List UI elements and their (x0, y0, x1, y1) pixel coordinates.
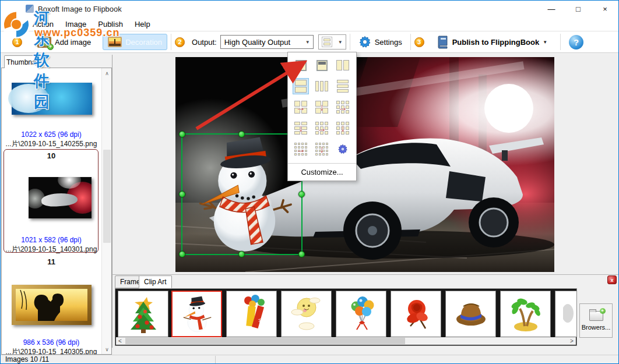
page-canvas (112, 55, 619, 274)
scroll-up-icon[interactable]: ∧ (102, 68, 112, 78)
layout-option-two-rows[interactable] (293, 79, 308, 94)
layout-option-grid-4x4-flow-down[interactable]: ↓ (314, 142, 329, 157)
scroll-down-icon[interactable]: ∨ (102, 344, 112, 354)
clipart-scrollbar[interactable]: < > (116, 337, 576, 345)
decoration-icon (108, 37, 122, 47)
close-button[interactable]: × (592, 1, 618, 17)
decoration-panel: Frame Clip Art x (112, 274, 619, 348)
thumbnail-image-9[interactable] (12, 83, 92, 115)
decoration-label: Decoration (125, 38, 162, 47)
layout-option-grid-2x2-flow-down[interactable]: ↓ (314, 100, 329, 115)
clipart-partial-item[interactable] (555, 291, 577, 337)
step-2-badge: 2 (175, 37, 185, 47)
step-3-badge: 3 (414, 37, 424, 47)
image-filename: ...片\2019-10-15_140305.png (2, 347, 101, 355)
thumbnail-list: 1022 x 625 (96 dpi) ...片\2019-10-15_1402… (1, 68, 112, 355)
resize-handle-n[interactable] (238, 131, 245, 137)
resize-handle-e[interactable] (298, 191, 305, 197)
maximize-button[interactable]: □ (565, 1, 592, 17)
resize-handle-s[interactable] (238, 251, 245, 257)
resize-handle-nw[interactable] (179, 131, 185, 137)
layout-option-three-columns[interactable] (314, 79, 329, 94)
image-dimensions: 986 x 536 (96 dpi) (2, 338, 101, 347)
clipart-moon-and-clouds[interactable] (281, 291, 332, 337)
menu-help[interactable]: Help (129, 18, 156, 30)
clipart-rose[interactable] (391, 291, 441, 337)
scrollbar-thumb[interactable] (125, 338, 405, 344)
clipart-balloons[interactable] (336, 291, 386, 337)
toolbar: 1 + Add image Decoration 2 Output: High … (1, 31, 618, 53)
browse-button[interactable]: + Browers... (579, 303, 613, 338)
settings-label: Settings (375, 38, 402, 47)
flow-arrow-icon: ↓ (319, 103, 325, 112)
snowman-clipart[interactable] (191, 132, 298, 257)
window-title: Boxoft Image to Flipbook (38, 5, 122, 13)
clipart-party-banner[interactable]: HAPPY (226, 291, 277, 337)
sidebar-scrollbar[interactable]: ∧ ∨ (101, 68, 111, 354)
clipart-list: HAPPY (115, 288, 577, 346)
clipart-christmas-tree[interactable] (118, 291, 168, 337)
layout-option-grid-2x2-flow-right[interactable]: → (293, 100, 308, 115)
chevron-down-icon[interactable]: ▼ (303, 40, 313, 45)
layout-option-grid-2x3-flow-down[interactable]: ↓ (293, 121, 308, 136)
resize-handle-sw[interactable] (179, 251, 185, 257)
chevron-down-icon[interactable]: ▼ (543, 40, 547, 45)
clipart-palm-island[interactable] (500, 291, 551, 337)
thumbnail-image-10[interactable] (29, 177, 92, 218)
output-select[interactable]: High Quality Output ▼ (220, 35, 314, 49)
layout-option-grid-4x4-flow-right[interactable]: → (293, 142, 308, 157)
toolbar-separator (410, 34, 411, 50)
close-panel-button[interactable]: x (607, 275, 617, 284)
resize-handle-w[interactable] (179, 191, 185, 197)
image-filename: ...片\2019-10-15_140255.png (2, 139, 101, 149)
layout-option-grid-3x3-flow-right[interactable]: → (335, 100, 350, 115)
chevron-down-icon[interactable]: ▼ (335, 40, 346, 45)
layout-option-page-with-header[interactable] (314, 58, 329, 73)
tab-thumbnail[interactable]: Thumbnail (4, 55, 41, 68)
layout-option-single-page[interactable] (293, 58, 308, 73)
thumbnail-image-11[interactable] (12, 285, 92, 325)
layout-option-grid-3x3-flow-right-alt[interactable]: → (314, 121, 329, 136)
customize-menu-item[interactable]: Customize... (288, 163, 356, 181)
image-number: 11 (5, 257, 98, 266)
page-layout-split-button[interactable]: ▼ (318, 34, 346, 50)
tab-clip-art[interactable]: Clip Art (139, 275, 172, 288)
menu-bar: File Action Image Publish Help (1, 17, 618, 31)
add-image-label: Add image (55, 38, 91, 47)
status-divider (215, 356, 216, 363)
book-icon (437, 35, 449, 49)
publish-button[interactable]: Publish to FlippingBook ▼ (432, 33, 552, 51)
decoration-button[interactable]: Decoration (103, 34, 167, 50)
clipart-snowman[interactable] (171, 291, 222, 337)
layout-option-three-rows[interactable] (335, 79, 350, 94)
app-icon (26, 5, 34, 13)
minimize-button[interactable]: — (538, 1, 565, 17)
menu-publish[interactable]: Publish (92, 18, 129, 30)
flow-arrow-icon: ↓ (319, 144, 325, 154)
image-dimensions: 1021 x 582 (96 dpi) (2, 236, 101, 244)
flow-arrow-icon: → (317, 123, 327, 133)
gear-icon (358, 36, 371, 48)
clipart-fedora-hat[interactable] (445, 291, 496, 337)
two-rows-layout-icon (322, 37, 332, 47)
scroll-right-icon[interactable]: > (568, 337, 576, 345)
menu-file[interactable]: File (3, 18, 27, 30)
layout-option-grid-3x3-flow-down[interactable]: ↓ (335, 121, 350, 136)
help-button[interactable]: ? (569, 35, 583, 50)
application-window: Boxoft Image to Flipbook — □ × File Acti… (0, 0, 619, 364)
clipart-selection-box[interactable] (181, 133, 303, 255)
layout-option-custom-gear[interactable] (335, 142, 350, 157)
menu-image[interactable]: Image (59, 18, 92, 30)
image-dimensions: 1022 x 625 (96 dpi) (2, 130, 101, 139)
scroll-left-icon[interactable]: < (116, 337, 124, 345)
toolbar-separator (350, 34, 350, 50)
scrollbar-thumb[interactable] (103, 150, 111, 243)
toolbar-separator (171, 34, 171, 50)
status-bar: Images 10 /11 (1, 355, 618, 363)
output-value: High Quality Output (224, 38, 290, 47)
layout-option-two-columns[interactable] (335, 58, 350, 73)
resize-handle-se[interactable] (298, 251, 305, 257)
settings-button[interactable]: Settings (354, 33, 407, 51)
add-image-button[interactable]: + Add image (33, 34, 96, 50)
menu-action[interactable]: Action (27, 18, 59, 30)
